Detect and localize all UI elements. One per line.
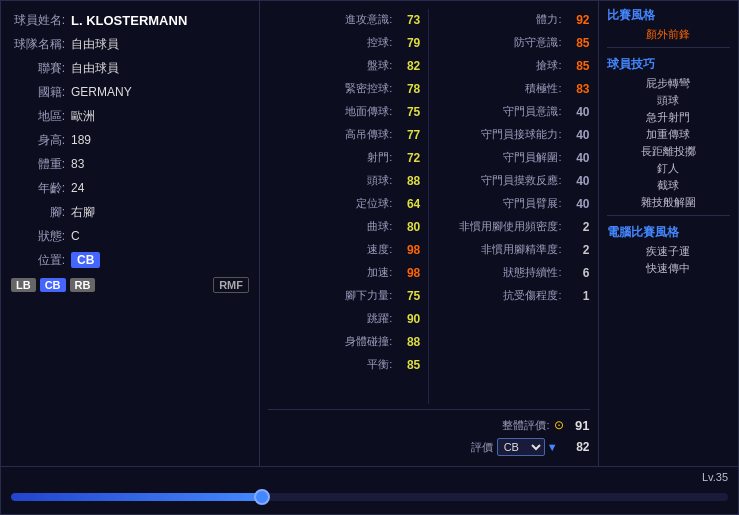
stat-value: 75	[396, 289, 420, 303]
stat-row: 高吊傳球:77	[268, 124, 420, 145]
stat-label: 控球:	[268, 35, 396, 50]
stat-value: 88	[396, 174, 420, 188]
stat-value: 79	[396, 36, 420, 50]
stat-value: 1	[566, 289, 590, 303]
eval-label: 評價	[268, 440, 497, 455]
foot-row: 腳: 右腳	[11, 201, 249, 223]
league-row: 聯賽: 自由球員	[11, 57, 249, 79]
main-container: 球員姓名: L. KLOSTERMANN 球隊名稱: 自由球員 聯賽: 自由球員…	[0, 0, 739, 515]
position-tags: LB CB RB RMF	[11, 277, 249, 293]
stat-label: 防守意識:	[437, 35, 565, 50]
stat-row: 加速:98	[268, 262, 420, 283]
gold-icon: ⊙	[554, 418, 564, 432]
name-label: 球員姓名:	[11, 12, 71, 29]
skills-list: 屁步轉彎頭球急升射門加重傳球長距離投擲釘人截球雜技般解圍	[607, 75, 730, 211]
condition-value: C	[71, 229, 80, 243]
stat-label: 盤球:	[268, 58, 396, 73]
position-row: 位置: CB	[11, 249, 249, 271]
stat-value: 92	[566, 13, 590, 27]
style-title: 比賽風格	[607, 7, 730, 24]
overall-section: 整體評價: ⊙ 91 評價 CB LB RB ▼ 82	[268, 409, 590, 458]
stat-value: 85	[566, 59, 590, 73]
skill-item: 加重傳球	[607, 126, 730, 143]
weight-value: 83	[71, 157, 84, 171]
stat-value: 78	[396, 82, 420, 96]
player-name: L. KLOSTERMANN	[71, 13, 187, 28]
height-row: 身高: 189	[11, 129, 249, 151]
overall-row: 整體評價: ⊙ 91	[268, 414, 590, 436]
stat-col-right: 體力:92防守意識:85搶球:85積極性:83守門員意識:40守門員接球能力:4…	[429, 9, 589, 404]
stat-value: 98	[396, 243, 420, 257]
stat-row: 緊密控球:78	[268, 78, 420, 99]
divider-2	[607, 215, 730, 216]
stat-value: 6	[566, 266, 590, 280]
stat-label: 地面傳球:	[268, 104, 396, 119]
stat-value: 40	[566, 105, 590, 119]
foot-label: 腳:	[11, 204, 71, 221]
condition-label: 狀態:	[11, 228, 71, 245]
stat-label: 守門員接球能力:	[437, 127, 565, 142]
skill-item: 急升射門	[607, 109, 730, 126]
skills-title: 球員技巧	[607, 56, 730, 73]
age-value: 24	[71, 181, 84, 195]
stat-value: 88	[396, 335, 420, 349]
eval-select[interactable]: CB LB RB	[497, 438, 545, 456]
stat-label: 曲球:	[268, 219, 396, 234]
stat-label: 守門員摸救反應:	[437, 173, 565, 188]
league-value: 自由球員	[71, 60, 119, 77]
stat-value: 40	[566, 197, 590, 211]
stat-row: 搶球:85	[437, 55, 589, 76]
middle-panel: 進攻意識:73控球:79盤球:82緊密控球:78地面傳球:75高吊傳球:77射門…	[260, 1, 599, 466]
stat-label: 腳下力量:	[268, 288, 396, 303]
stat-row: 曲球:80	[268, 216, 420, 237]
progress-fill	[11, 493, 262, 501]
stat-label: 跳躍:	[268, 311, 396, 326]
overall-label: 整體評價:	[268, 418, 554, 433]
stat-label: 守門員解圍:	[437, 150, 565, 165]
region-row: 地區: 歐洲	[11, 105, 249, 127]
skill-item: 雜技般解圍	[607, 194, 730, 211]
style-item-0: 顏外前鋒	[607, 26, 730, 43]
stat-row: 積極性:83	[437, 78, 589, 99]
progress-bar-container	[11, 489, 728, 505]
stat-label: 身體碰撞:	[268, 334, 396, 349]
stat-row: 狀態持續性:6	[437, 262, 589, 283]
progress-track	[11, 493, 728, 501]
team-row: 球隊名稱: 自由球員	[11, 33, 249, 55]
progress-wrapper	[11, 489, 728, 505]
player-name-row: 球員姓名: L. KLOSTERMANN	[11, 9, 249, 31]
age-label: 年齡:	[11, 180, 71, 197]
stat-value: 77	[396, 128, 420, 142]
stat-label: 守門員意識:	[437, 104, 565, 119]
cpu-list: 疾速子運快速傳中	[607, 243, 730, 277]
stat-label: 定位球:	[268, 196, 396, 211]
stat-row: 控球:79	[268, 32, 420, 53]
stat-label: 加速:	[268, 265, 396, 280]
stat-value: 80	[396, 220, 420, 234]
cpu-item: 快速傳中	[607, 260, 730, 277]
stat-label: 高吊傳球:	[268, 127, 396, 142]
stat-value: 85	[566, 36, 590, 50]
league-label: 聯賽:	[11, 60, 71, 77]
height-value: 189	[71, 133, 91, 147]
skill-item: 長距離投擲	[607, 143, 730, 160]
stat-value: 64	[396, 197, 420, 211]
pos-rb: RB	[70, 278, 96, 292]
stat-columns: 進攻意識:73控球:79盤球:82緊密控球:78地面傳球:75高吊傳球:77射門…	[268, 9, 590, 404]
stat-row: 跳躍:90	[268, 308, 420, 329]
weight-label: 體重:	[11, 156, 71, 173]
stat-label: 守門員臂展:	[437, 196, 565, 211]
stat-label: 緊密控球:	[268, 81, 396, 96]
nationality-row: 國籍: GERMANY	[11, 81, 249, 103]
stat-row: 平衡:85	[268, 354, 420, 375]
stat-value: 40	[566, 128, 590, 142]
stat-row: 非慣用腳使用頻密度:2	[437, 216, 589, 237]
stat-row: 守門員意識:40	[437, 101, 589, 122]
stat-value: 85	[396, 358, 420, 372]
nationality-label: 國籍:	[11, 84, 71, 101]
stat-value: 90	[396, 312, 420, 326]
height-label: 身高:	[11, 132, 71, 149]
left-panel: 球員姓名: L. KLOSTERMANN 球隊名稱: 自由球員 聯賽: 自由球員…	[1, 1, 260, 466]
lv-label: Lv.35	[11, 471, 728, 483]
weight-row: 體重: 83	[11, 153, 249, 175]
